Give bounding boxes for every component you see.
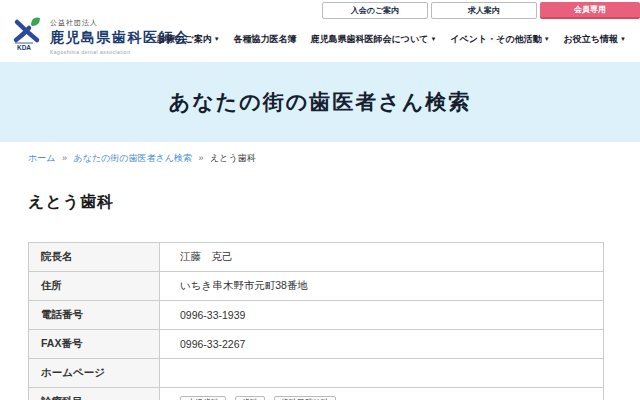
nav-item-label: 各種協力医名簿 bbox=[234, 34, 297, 44]
nav-item-medical-guide[interactable]: 診療のご案内▼ bbox=[157, 33, 219, 46]
table-row-address: 住所 いちき串木野市元町38番地 bbox=[29, 272, 604, 301]
row-value: 0996-33-1939 bbox=[160, 301, 604, 330]
table-row-homepage: ホームページ bbox=[29, 359, 604, 388]
breadcrumb-home-link[interactable]: ホーム bbox=[28, 153, 55, 163]
row-label: FAX番号 bbox=[29, 330, 160, 359]
nav-item-label: イベント・その他活動 bbox=[450, 34, 541, 44]
breadcrumb: ホーム » あなたの街の歯医者さん検索 » えとう歯科 bbox=[28, 152, 612, 165]
breadcrumb-current: えとう歯科 bbox=[210, 153, 256, 163]
row-value: 江藤 克己 bbox=[160, 243, 604, 272]
table-row-director: 院長名 江藤 克己 bbox=[29, 243, 604, 272]
nav-item-about-association[interactable]: 鹿児島県歯科医師会について▼ bbox=[311, 33, 437, 46]
table-row-departments: 診療科目 小児歯科 歯科 歯科口腔外科 bbox=[29, 388, 604, 400]
utility-button-group: 入会のご案内 求人案内 会員専用 bbox=[322, 2, 640, 19]
row-label: ホームページ bbox=[29, 359, 160, 388]
breadcrumb-separator: » bbox=[62, 153, 67, 163]
main-nav: 診療のご案内▼ 各種協力医名簿 鹿児島県歯科医師会について▼ イベント・その他活… bbox=[157, 33, 626, 46]
logo-abbr: KDA bbox=[17, 44, 31, 51]
department-tag: 小児歯科 bbox=[180, 396, 226, 400]
row-value: いちき串木野市元町38番地 bbox=[160, 272, 604, 301]
nav-item-useful-info[interactable]: お役立ち情報▼ bbox=[564, 33, 626, 46]
breadcrumb-search-link[interactable]: あなたの街の歯医者さん検索 bbox=[73, 153, 191, 163]
row-label: 院長名 bbox=[29, 243, 160, 272]
row-value: 0996-33-2267 bbox=[160, 330, 604, 359]
nav-item-events[interactable]: イベント・その他活動▼ bbox=[450, 33, 549, 46]
clinic-detail-table: 院長名 江藤 克己 住所 いちき串木野市元町38番地 電話番号 0996-33-… bbox=[28, 242, 604, 400]
org-type-label: 公益社団法人 bbox=[50, 18, 190, 28]
row-value bbox=[160, 359, 604, 388]
row-label: 住所 bbox=[29, 272, 160, 301]
nav-item-label: 鹿児島県歯科医師会について bbox=[311, 34, 429, 44]
department-tag: 歯科口腔外科 bbox=[274, 396, 336, 400]
table-row-phone: 電話番号 0996-33-1939 bbox=[29, 301, 604, 330]
site-header: KDA 公益社団法人 鹿児島県歯科医師会 Kagoshima dental as… bbox=[0, 0, 640, 62]
page-banner-title: あなたの街の歯医者さん検索 bbox=[169, 88, 471, 116]
join-guide-button[interactable]: 入会のご案内 bbox=[322, 2, 428, 19]
job-info-button[interactable]: 求人案内 bbox=[431, 2, 537, 19]
breadcrumb-separator: » bbox=[198, 153, 203, 163]
nav-item-label: 診療のご案内 bbox=[157, 34, 211, 44]
main-content: ホーム » あなたの街の歯医者さん検索 » えとう歯科 えとう歯科 院長名 江藤… bbox=[0, 152, 640, 400]
nav-item-cooperating-doctors[interactable]: 各種協力医名簿 bbox=[234, 33, 297, 46]
row-value: 小児歯科 歯科 歯科口腔外科 bbox=[160, 388, 604, 400]
org-name-english: Kagoshima dental association bbox=[50, 49, 190, 55]
table-row-fax: FAX番号 0996-33-2267 bbox=[29, 330, 604, 359]
chevron-down-icon: ▼ bbox=[620, 36, 626, 42]
department-tag: 歯科 bbox=[235, 396, 265, 400]
hero-banner: あなたの街の歯医者さん検索 bbox=[0, 62, 640, 142]
clinic-name-title: えとう歯科 bbox=[28, 192, 612, 213]
members-only-button[interactable]: 会員専用 bbox=[540, 2, 640, 19]
chevron-down-icon: ▼ bbox=[544, 36, 550, 42]
chevron-down-icon: ▼ bbox=[214, 36, 220, 42]
nav-item-label: お役立ち情報 bbox=[564, 34, 618, 44]
chevron-down-icon: ▼ bbox=[430, 36, 436, 42]
row-label: 診療科目 bbox=[29, 388, 160, 400]
row-label: 電話番号 bbox=[29, 301, 160, 330]
kda-logo-icon: KDA bbox=[12, 15, 44, 51]
